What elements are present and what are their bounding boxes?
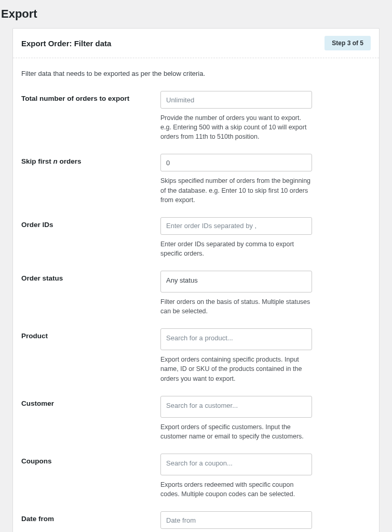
field-row-product: Product Search for a product... Export o… [21, 328, 371, 383]
field-label-skip: Skip first n orders [21, 154, 160, 165]
coupons-select-placeholder: Search for a coupon... [166, 459, 233, 467]
status-select-value: Any status [166, 276, 198, 284]
product-select-placeholder: Search for a product... [166, 334, 233, 342]
help-status: Filter orders on the basis of status. Mu… [160, 297, 312, 316]
customer-select-placeholder: Search for a customer... [166, 402, 238, 409]
help-skip: Skips specified number of orders from th… [160, 176, 312, 204]
field-row-limit: Total number of orders to export Provide… [21, 91, 371, 141]
card-body: Filter data that needs to be exported as… [13, 58, 379, 532]
field-row-customer: Customer Search for a customer... Export… [21, 396, 371, 441]
field-row-order-ids: Order IDs Enter order IDs separated by c… [21, 217, 371, 258]
field-label-date-from: Date from [21, 511, 160, 523]
skip-input[interactable] [160, 154, 312, 171]
help-coupons: Exports orders redeemed with specific co… [160, 480, 312, 499]
card-header: Export Order: Filter data Step 3 of 5 [13, 29, 379, 58]
date-from-input[interactable] [160, 511, 312, 529]
help-order-ids: Enter order IDs separated by comma to ex… [160, 240, 312, 258]
field-label-product: Product [21, 328, 160, 340]
field-label-customer: Customer [21, 396, 160, 407]
field-label-order-ids: Order IDs [21, 217, 160, 229]
product-select[interactable]: Search for a product... [160, 328, 312, 350]
step-badge: Step 3 of 5 [325, 36, 371, 50]
limit-input[interactable] [160, 91, 312, 109]
page-title: Export [1, 7, 391, 21]
customer-select[interactable]: Search for a customer... [160, 396, 312, 418]
help-customer: Export orders of specific customers. Inp… [160, 422, 312, 441]
status-select[interactable]: Any status [160, 271, 312, 292]
intro-text: Filter data that needs to be exported as… [21, 70, 371, 77]
card-title: Export Order: Filter data [21, 39, 111, 48]
field-row-coupons: Coupons Search for a coupon... Exports o… [21, 454, 371, 499]
field-label-limit: Total number of orders to export [21, 91, 160, 102]
field-label-status: Order status [21, 271, 160, 282]
field-row-skip: Skip first n orders Skips specified numb… [21, 154, 371, 204]
field-row-date-from: Date from Export orders placed on and af… [21, 511, 371, 532]
page-header: Export [0, 0, 392, 28]
field-label-coupons: Coupons [21, 454, 160, 465]
order-ids-input[interactable] [160, 217, 312, 235]
coupons-select[interactable]: Search for a coupon... [160, 454, 312, 475]
help-limit: Provide the number of orders you want to… [160, 113, 312, 141]
help-product: Export orders containing specific produc… [160, 355, 312, 383]
field-row-status: Order status Any status Filter orders on… [21, 271, 371, 316]
export-card: Export Order: Filter data Step 3 of 5 Fi… [12, 28, 380, 532]
